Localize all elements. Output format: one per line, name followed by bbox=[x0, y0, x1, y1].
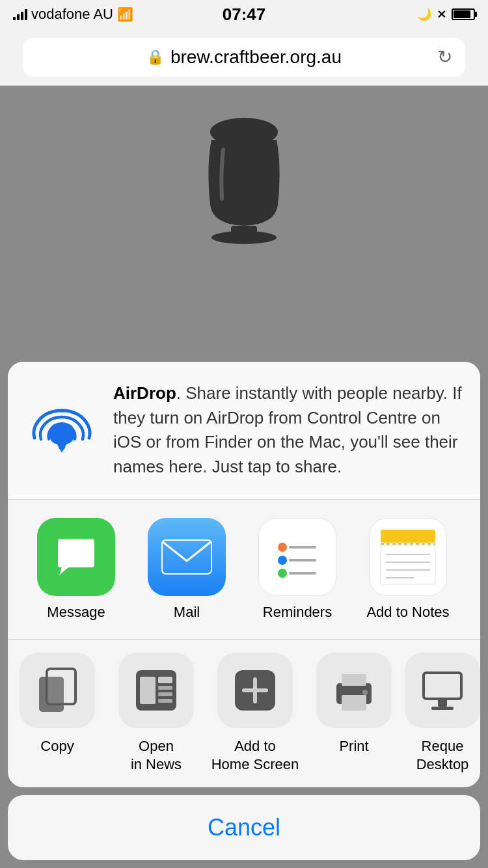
battery-icon bbox=[452, 8, 475, 20]
mail-app-item[interactable]: Mail bbox=[131, 518, 242, 621]
svg-point-3 bbox=[59, 444, 65, 450]
cancel-wrap: Cancel bbox=[8, 795, 480, 860]
reminders-app-item[interactable]: Reminders bbox=[242, 518, 353, 621]
airdrop-section: AirDrop. Share instantly with people nea… bbox=[8, 362, 480, 500]
url-field[interactable]: 🔒 brew.craftbeer.org.au ↻ bbox=[23, 38, 465, 77]
request-desktop-label: RequeDesktop bbox=[416, 737, 469, 774]
notes-app-item[interactable]: Add to Notes bbox=[353, 518, 463, 621]
print-action-item[interactable]: Print bbox=[305, 653, 403, 756]
svg-rect-32 bbox=[342, 674, 366, 686]
svg-point-9 bbox=[278, 569, 287, 578]
page-background bbox=[0, 86, 488, 275]
svg-rect-25 bbox=[158, 692, 172, 696]
bluetooth-icon: ⨯ bbox=[437, 7, 446, 21]
open-in-news-action-icon bbox=[118, 653, 194, 728]
svg-rect-34 bbox=[424, 673, 461, 699]
svg-point-7 bbox=[278, 556, 287, 565]
svg-point-2 bbox=[211, 231, 277, 244]
moon-icon: 🌙 bbox=[417, 7, 431, 21]
cancel-label: Cancel bbox=[208, 814, 280, 841]
print-label: Print bbox=[339, 737, 368, 756]
lock-icon: 🔒 bbox=[146, 49, 164, 66]
mail-label: Mail bbox=[174, 604, 200, 621]
svg-rect-35 bbox=[438, 699, 447, 707]
notes-label: Add to Notes bbox=[366, 604, 449, 621]
open-in-news-label: Openin News bbox=[131, 737, 182, 774]
notes-app-icon bbox=[369, 518, 447, 596]
svg-point-33 bbox=[362, 690, 368, 695]
airdrop-icon bbox=[26, 394, 98, 466]
copy-label: Copy bbox=[40, 737, 74, 756]
add-to-home-screen-action-item[interactable]: Add toHome Screen bbox=[206, 653, 305, 774]
address-bar: 🔒 brew.craftbeer.org.au ↻ bbox=[0, 29, 488, 86]
app-icons-row: Message Mail bbox=[8, 500, 480, 640]
copy-action-icon bbox=[20, 653, 95, 728]
reminders-app-icon bbox=[258, 518, 336, 596]
status-time: 07:47 bbox=[223, 5, 266, 25]
print-action-icon bbox=[316, 653, 392, 728]
svg-rect-31 bbox=[342, 695, 366, 711]
svg-rect-4 bbox=[162, 540, 211, 574]
status-bar: vodafone AU 📶 07:47 🌙 ⨯ bbox=[0, 0, 488, 29]
svg-rect-26 bbox=[158, 699, 172, 703]
svg-rect-11 bbox=[381, 530, 435, 543]
svg-rect-24 bbox=[158, 686, 172, 690]
message-app-item[interactable]: Message bbox=[21, 518, 131, 621]
status-right: 🌙 ⨯ bbox=[417, 7, 475, 21]
url-text: brew.craftbeer.org.au bbox=[170, 47, 342, 68]
request-desktop-action-icon bbox=[405, 653, 480, 728]
request-desktop-action-item[interactable]: RequeDesktop bbox=[403, 653, 480, 774]
beer-glass-icon bbox=[192, 114, 296, 247]
airdrop-title: AirDrop bbox=[113, 383, 176, 403]
copy-action-item[interactable]: Copy bbox=[8, 653, 107, 756]
carrier-label: vodafone AU bbox=[31, 6, 113, 23]
svg-rect-23 bbox=[158, 677, 172, 683]
cancel-button[interactable]: Cancel bbox=[8, 795, 480, 860]
open-in-news-action-item[interactable]: Openin News bbox=[107, 653, 206, 774]
add-to-home-screen-action-icon bbox=[217, 653, 293, 728]
reminders-label: Reminders bbox=[263, 604, 332, 621]
svg-point-5 bbox=[278, 543, 287, 552]
share-sheet-panel: AirDrop. Share instantly with people nea… bbox=[8, 362, 480, 787]
add-to-home-screen-label: Add toHome Screen bbox=[211, 737, 299, 774]
message-label: Message bbox=[47, 604, 105, 621]
actions-row: Copy Openin News bbox=[8, 640, 480, 787]
svg-rect-20 bbox=[47, 669, 75, 704]
reload-button[interactable]: ↻ bbox=[437, 46, 452, 68]
message-app-icon bbox=[37, 518, 115, 596]
status-left: vodafone AU 📶 bbox=[13, 6, 133, 23]
signal-bars-icon bbox=[13, 8, 27, 20]
airdrop-description: AirDrop. Share instantly with people nea… bbox=[113, 381, 462, 480]
svg-rect-22 bbox=[140, 677, 156, 704]
mail-app-icon bbox=[148, 518, 226, 596]
wifi-icon: 📶 bbox=[117, 7, 133, 22]
svg-rect-36 bbox=[431, 707, 454, 710]
share-sheet: AirDrop. Share instantly with people nea… bbox=[0, 362, 488, 868]
